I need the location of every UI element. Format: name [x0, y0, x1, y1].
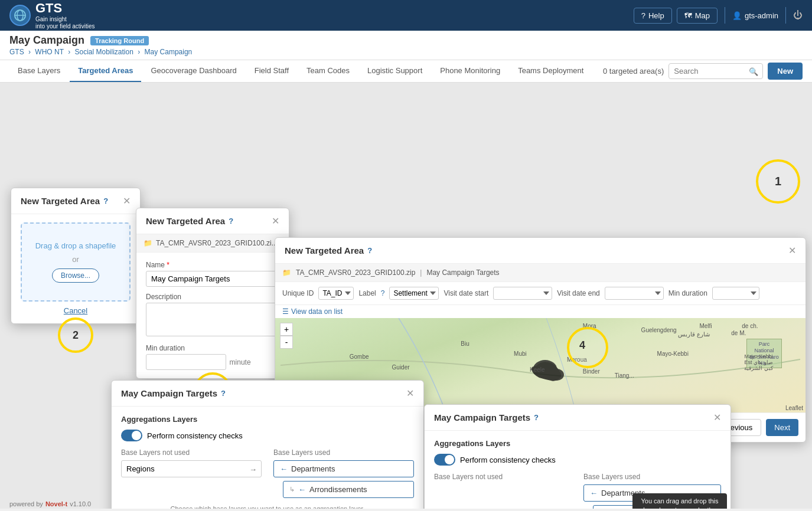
bc-campaign[interactable]: May Campaign — [145, 48, 193, 56]
header: GTS Gain insight into your field activit… — [0, 0, 812, 31]
dialog-5-close[interactable]: ✕ — [713, 412, 721, 423]
upload-area[interactable]: Drag & drop a shapefile or Browse... — [21, 222, 131, 302]
dialog-2-body: Name * Description Min duration minute — [136, 253, 289, 378]
file-icon-2: 📁 — [144, 239, 152, 247]
dialog-2-close[interactable]: ✕ — [272, 215, 279, 227]
tab-logistic[interactable]: Logistic Support — [359, 60, 431, 82]
view-data-link[interactable]: ☰ View data on list — [275, 305, 806, 318]
dialog-1-close[interactable]: ✕ — [123, 195, 131, 207]
min-duration-select[interactable] — [712, 287, 759, 300]
dialog-3-title: New Targeted Area ? — [285, 245, 372, 255]
main-content: New Targeted Area ? ✕ Drag & drop a shap… — [0, 83, 812, 509]
used-layers-5: ← Departments ↳ ← Arrondissements ↳ ← — [583, 484, 721, 509]
dialog-4-close[interactable]: ✕ — [406, 388, 414, 399]
or-text: or — [72, 255, 79, 264]
settlement-select[interactable]: Settlement — [389, 287, 439, 300]
help-icon-4[interactable]: ? — [221, 389, 226, 398]
mayo-kebbi-label: Mayo-KebbiEst صاو مايكبي الشرقية — [744, 353, 773, 371]
city-guider: Guider — [392, 364, 410, 371]
tab-geocoverage[interactable]: Geocoverage Dashboard — [142, 60, 244, 82]
toggle-row-5: Perform consistency checks — [434, 454, 721, 466]
power-button[interactable]: ⏻ — [793, 10, 803, 21]
label-help-icon[interactable]: ? — [381, 289, 385, 297]
layers-row-5: Base Layers not used Base Layers used ← … — [434, 473, 721, 509]
dialog-2-title: New Targeted Area ? — [146, 216, 233, 226]
min-duration-input[interactable] — [146, 354, 226, 370]
bc-gts[interactable]: GTS — [9, 48, 24, 56]
unique-id-label: Unique ID — [282, 289, 314, 297]
map-label: Map — [695, 11, 710, 20]
consistency-label-4: Perform consistency checks — [147, 431, 243, 440]
drag-text: Drag & drop a shapefile — [35, 241, 116, 250]
dialog-5-title: May Campaign Targets ? — [434, 412, 539, 422]
tab-base-layers[interactable]: Base Layers — [9, 60, 69, 82]
aggregations-title-5: Aggregations Layers — [434, 439, 721, 448]
not-used-title-5: Base Layers not used — [434, 473, 572, 481]
brand-name: Novel-t — [45, 500, 67, 507]
cancel-link-1[interactable]: Cancel — [21, 306, 131, 315]
not-used-select-4[interactable]: Regions — [121, 460, 262, 477]
arrondissements-label: Arrondissements — [309, 485, 367, 494]
user-area: 👤 gts-admin — [732, 11, 778, 20]
help-icon-5[interactable]: ? — [534, 413, 539, 422]
city-mayo: Mayo-Kebbi — [657, 351, 689, 357]
visit-date-end-select[interactable] — [605, 287, 664, 300]
search-wrap: 🔍 — [668, 63, 763, 79]
help-button[interactable]: ? Help — [634, 8, 672, 24]
dialog-1-title-text: New Targeted Area — [21, 196, 100, 206]
list-icon: ☰ — [282, 307, 289, 316]
next-button-3[interactable]: Next — [766, 419, 798, 436]
map-button[interactable]: 🗺 Map — [677, 8, 718, 24]
campaign-name-text: May Campaign Targets — [426, 268, 499, 277]
help-icon-3[interactable]: ? — [367, 246, 372, 255]
city-biu: Biu — [461, 340, 469, 347]
tab-targeted-areas[interactable]: Targeted Areas — [70, 60, 141, 82]
used-layer-arrondissements[interactable]: ↳ ← Arrondissements — [283, 481, 414, 498]
help-icon-2[interactable]: ? — [229, 217, 233, 225]
name-label: Name * — [146, 261, 279, 269]
departments-label: Departments — [291, 464, 335, 473]
dialog-3-close[interactable]: ✕ — [788, 245, 796, 256]
city-gombe: Gombe — [350, 353, 369, 360]
campaign-title-area: May Campaign Tracking Round — [9, 34, 803, 47]
logo-area: GTS Gain insight into your field activit… — [9, 1, 95, 30]
description-input[interactable] — [146, 303, 279, 336]
user-icon: 👤 — [732, 11, 742, 20]
dialog-3-header: New Targeted Area ? ✕ — [275, 238, 806, 264]
tab-phone-monitoring[interactable]: Phone Monitoring — [432, 60, 508, 82]
dialog-campaign-targets-5: May Campaign Targets ? ✕ Aggregations La… — [424, 404, 731, 509]
city-keele: Keele — [530, 366, 545, 373]
used-title-4: Base Layers used — [273, 448, 414, 457]
used-layers-4: ← Departments ↳ ← Arrondissements — [273, 460, 414, 498]
dialog-3-file-path: 📁 TA_CMR_AVSR0_2023_GRID100.zip | May Ca… — [275, 264, 806, 282]
zoom-in-btn[interactable]: + — [280, 323, 293, 336]
visit-date-start-select[interactable] — [493, 287, 552, 300]
city-tian: Tiang... — [615, 372, 634, 379]
required-star: * — [165, 261, 169, 269]
new-button[interactable]: New — [768, 63, 803, 80]
dialog-2-header: New Targeted Area ? ✕ — [136, 208, 289, 234]
consistency-label-5: Perform consistency checks — [460, 456, 556, 464]
tab-field-staff[interactable]: Field Staff — [246, 60, 297, 82]
tab-teams-deployment[interactable]: Teams Deployment — [510, 60, 592, 82]
consistency-toggle-4[interactable] — [121, 430, 142, 441]
powered-by-text: powered by — [9, 500, 43, 507]
version-text: v1.10.0 — [70, 500, 91, 507]
unique-id-select[interactable]: TA_ID — [318, 287, 354, 300]
help-icon-1[interactable]: ? — [103, 196, 108, 205]
target-count: 0 targeted area(s) — [603, 67, 664, 76]
bc-whont[interactable]: WHO NT — [35, 48, 63, 56]
used-layer-departments[interactable]: ← Departments — [273, 460, 414, 477]
leaflet-credit: Leaflet — [785, 405, 803, 411]
tab-team-codes[interactable]: Team Codes — [298, 60, 358, 82]
city-binder: Binder — [583, 368, 600, 375]
browse-button[interactable]: Browse... — [52, 268, 99, 283]
zoom-out-btn[interactable]: - — [280, 336, 293, 349]
consistency-toggle-5[interactable] — [434, 454, 455, 466]
map-icon: 🗺 — [684, 11, 692, 20]
name-label-text: Name — [146, 261, 165, 269]
name-input[interactable] — [146, 271, 279, 287]
map-zoom-controls: + - — [280, 323, 293, 349]
note-text-4: Choose which base layers you want to use… — [121, 504, 414, 509]
bc-social[interactable]: Social Mobilization — [75, 48, 133, 56]
